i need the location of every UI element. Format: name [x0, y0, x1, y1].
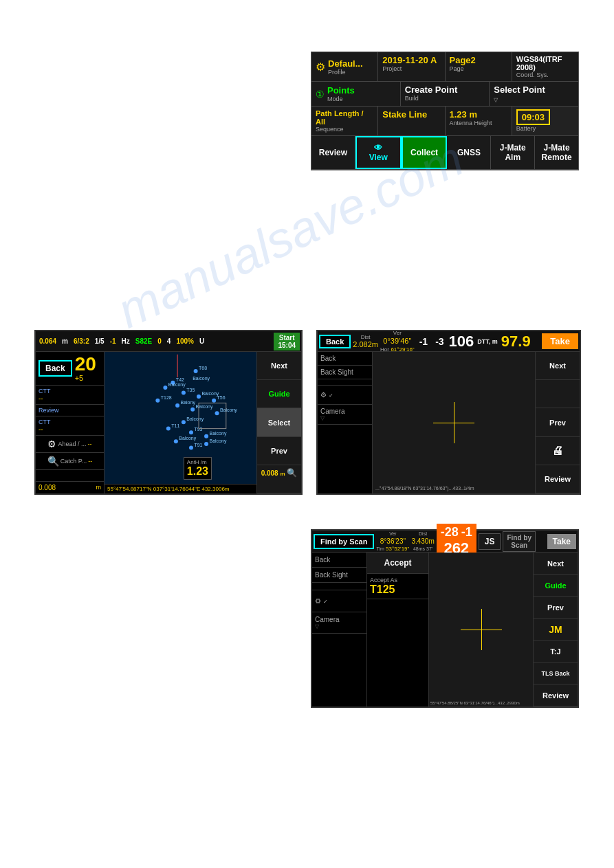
- back-sight-item[interactable]: Back Sight: [318, 366, 372, 379]
- side-item-review[interactable]: Review: [36, 405, 104, 416]
- bp-camera-item[interactable]: Camera ▽: [312, 612, 366, 634]
- prev-button-sight[interactable]: Prev: [536, 408, 580, 436]
- select-button[interactable]: Select: [257, 408, 301, 436]
- bp-dist-val: 3.430m: [411, 537, 434, 546]
- svg-text:Balcony: Balcony: [168, 382, 186, 388]
- gnss-button[interactable]: GNSS: [447, 136, 491, 169]
- svg-text:T91: T91: [194, 443, 202, 447]
- bp-back-sight-item[interactable]: Back Sight: [312, 568, 366, 583]
- svg-point-7: [182, 391, 186, 395]
- svg-text:T68: T68: [199, 366, 207, 370]
- prev-button-accept[interactable]: Prev: [534, 597, 578, 619]
- ver-label: Ver: [393, 330, 402, 336]
- svg-point-23: [166, 427, 171, 431]
- page-label: Page: [450, 65, 507, 72]
- bp-camera-sub: ▽: [315, 623, 364, 630]
- br-val: 0.008: [261, 469, 278, 477]
- battery-cell: 09:03 Battery: [512, 107, 578, 135]
- svg-text:T56: T56: [217, 395, 226, 400]
- svg-text:Balcony: Balcony: [186, 416, 204, 422]
- num2: -3: [432, 336, 446, 347]
- dist-stat-bp: Dist 3.430m 48ms 37': [411, 531, 434, 552]
- next-button-accept[interactable]: Next: [534, 553, 578, 575]
- big-number-sub: +5: [75, 374, 96, 382]
- ahead-val: --: [88, 441, 92, 447]
- select-point-cell[interactable]: Select Point ▽: [490, 82, 578, 106]
- jmate-remote-button[interactable]: J-Mate Remote: [535, 136, 578, 169]
- coord-sys-label: Coord. Sys.: [516, 71, 574, 78]
- gear-icon: ⚙: [47, 438, 56, 449]
- jm-button[interactable]: JM: [534, 619, 578, 641]
- svg-point-21: [182, 420, 186, 424]
- stat-val1: 0.064: [37, 337, 58, 345]
- anth-val: 1.23: [187, 465, 208, 478]
- mode-cell: ① Points Mode: [311, 82, 401, 106]
- points-icon: ①: [316, 89, 325, 100]
- ver-value: 0°39'46": [380, 337, 415, 346]
- select-point-value: Select Point: [494, 85, 574, 95]
- coord-sys-value: WGS84(ITRF 2008): [516, 55, 574, 71]
- tj-button[interactable]: T:J: [534, 641, 578, 663]
- page-cell: Page2 Page: [446, 52, 512, 81]
- ctt2-label: CTT: [39, 419, 101, 425]
- stat-unit: U: [197, 337, 206, 345]
- svg-text:T128: T128: [161, 395, 172, 400]
- jmate-aim-button[interactable]: J-Mate Aim: [491, 136, 535, 169]
- sight-topbar: Back Dist 2.082m Ver 0°39'46" Hor 61°29'…: [318, 331, 580, 352]
- tls-back-button[interactable]: TLS Back: [534, 663, 578, 685]
- svg-text:Balcony: Balcony: [196, 404, 213, 410]
- settings-icon-btn[interactable]: ⚙ Ahead / ... --: [36, 436, 104, 453]
- collect-button[interactable]: Collect: [402, 136, 448, 169]
- take-button-accept[interactable]: Take: [547, 534, 576, 549]
- prev-button-map[interactable]: Prev: [257, 437, 301, 465]
- ctt2-val: --: [39, 425, 101, 433]
- review-button-sight[interactable]: Review: [536, 465, 580, 493]
- review-button-accept[interactable]: Review: [534, 685, 578, 706]
- map-topbar: 0.064 m 6/3:2 1/5 -1 Hz S82E 0 4 100% U …: [36, 331, 301, 352]
- guide-button-map[interactable]: Guide: [257, 380, 301, 408]
- next-button-map[interactable]: Next: [257, 352, 301, 380]
- map-points-area: T68 Balcony T42 Balcony T35 Balcony T128…: [105, 352, 256, 480]
- bp-settings-sub: ✓: [323, 599, 328, 605]
- camera-item[interactable]: Camera ▽: [318, 405, 372, 425]
- start-button[interactable]: Start 15:04: [274, 333, 300, 350]
- top-row-3: Path Length / All Sequence Stake Line 1.…: [311, 107, 578, 136]
- sequence-value: Path Length / All: [316, 109, 373, 126]
- next-button-sight[interactable]: Next: [536, 352, 580, 380]
- sight-back-item[interactable]: Back: [318, 352, 372, 366]
- settings-sub: ✓: [329, 392, 333, 399]
- right-sight-panel: Back Dist 2.082m Ver 0°39'46" Hor 61°29'…: [316, 330, 581, 495]
- num3-display: 106: [449, 333, 474, 350]
- bp-tim-val: 53°52'19": [386, 546, 409, 552]
- view-button[interactable]: 👁 View: [355, 136, 402, 169]
- sight-settings[interactable]: ⚙ ✓: [318, 386, 372, 405]
- take-button-sight[interactable]: Take: [542, 333, 578, 349]
- svg-point-9: [197, 394, 201, 399]
- svg-text:T11: T11: [171, 423, 179, 428]
- antenna-height-value: 1.23 m: [450, 109, 507, 120]
- project-label: Project: [382, 65, 440, 72]
- map-area[interactable]: T68 Balcony T42 Balcony T35 Balcony T128…: [105, 352, 256, 493]
- js-button[interactable]: JS: [479, 533, 501, 550]
- scan-button[interactable]: Find byScan: [503, 531, 536, 552]
- orange-num2: -1: [461, 525, 472, 539]
- map-right-col: Next Guide Select Prev 0.008 m 🔍: [256, 352, 301, 493]
- sight-back-label: Back: [320, 355, 369, 362]
- bp-back-item[interactable]: Back: [312, 553, 366, 568]
- svg-text:Balony: Balony: [181, 400, 196, 405]
- bp-ver-val: 8°36'23": [376, 537, 409, 546]
- ver-stat: Ver 0°39'46" Hor 61°29'16": [380, 329, 415, 353]
- review-button[interactable]: Review: [311, 136, 355, 169]
- back-button-map[interactable]: Back: [39, 360, 72, 377]
- svg-point-27: [204, 434, 208, 438]
- svg-point-15: [190, 408, 195, 412]
- guide-button-accept[interactable]: Guide: [534, 575, 578, 597]
- build-cell[interactable]: Create Point Build: [401, 82, 490, 106]
- sight-print-btn[interactable]: 🖨: [536, 437, 580, 465]
- back-button-accept[interactable]: Find by Scan: [314, 534, 374, 549]
- bp-settings[interactable]: ⚙ ✓: [312, 590, 366, 612]
- back-button-sight[interactable]: Back: [319, 335, 351, 348]
- ctt1-val: --: [39, 394, 101, 402]
- search-icon-btn[interactable]: 🔍 Catch P... --: [36, 453, 104, 470]
- accept-button[interactable]: Accept: [367, 553, 428, 574]
